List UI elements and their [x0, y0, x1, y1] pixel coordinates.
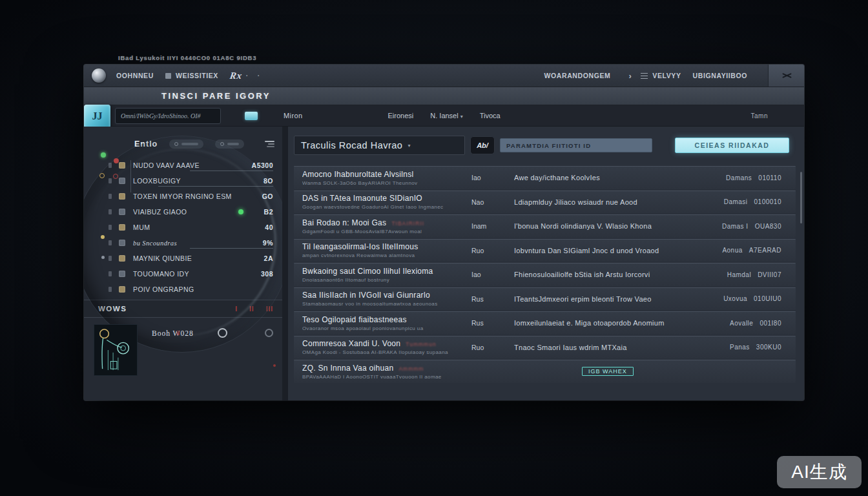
- sidebar-header-label: Entlo: [134, 140, 158, 149]
- red-mark-icon[interactable]: II: [249, 305, 254, 313]
- table-row[interactable]: DAS in TAtea Imaonute SIDianIOGoogan wae…: [294, 191, 796, 214]
- row-code: A7EARAD: [749, 247, 781, 254]
- table-row[interactable]: Commresoa Xandi U. VoonTummmunOMAga Kood…: [294, 336, 796, 359]
- signature-icon[interactable]: Rx: [229, 70, 243, 81]
- row-desc: ITeantsJdmxeori erpim bleonti Trow Vaeo: [514, 295, 652, 303]
- row-code: 001I80: [760, 320, 781, 327]
- cyan-app-tile-icon[interactable]: JJ: [84, 105, 110, 129]
- row-badge[interactable]: IGB WAHEX: [582, 367, 634, 376]
- circle-button-icon[interactable]: [218, 328, 227, 338]
- row-code: DVIII07: [758, 271, 781, 278]
- row-subtitle: OMAga Koodi - Sostubaoa AI-BRAKA Ilopuia…: [302, 349, 471, 355]
- table-row[interactable]: Til Ieangasolirmal-Ios IIteIImousampan c…: [294, 239, 796, 262]
- desktop-note: IBad Lysukoit IIYI 0440CO0 01A8C 9IDB3: [118, 54, 256, 61]
- record-table: Amocno Ihabnuroltate AlvsilnslWanma SOLK…: [294, 166, 796, 383]
- row-tag: Rus: [471, 319, 514, 327]
- sidebar-item[interactable]: NUDO VAAV AAAVE A5300: [84, 158, 282, 173]
- tab-three[interactable]: Tivoca: [480, 112, 501, 119]
- nav-bar: JJ Miron Eironesi N. Iansel▾ Tivoca Tamn: [84, 105, 804, 127]
- table-row[interactable]: Teso Ogilopaid fiaibastneeasOvaoranor ms…: [294, 311, 796, 335]
- primary-cta-button[interactable]: CEIEAS RIIDAKAD: [675, 138, 789, 153]
- red-mark-icon[interactable]: III: [266, 305, 273, 313]
- row-subtitle: ampan cvtnorexnova Reowaimwa alamtnova: [302, 253, 471, 258]
- row-note: Ammmm: [398, 366, 424, 372]
- green-dot-icon: [101, 152, 106, 158]
- search-input[interactable]: [115, 108, 221, 124]
- scrollbar-thumb[interactable]: [800, 172, 802, 223]
- window-title: TINSCI PARE IGORY: [161, 91, 271, 101]
- item-badge-icon: [119, 193, 125, 200]
- row-title: Commresoa Xandi U. Voon: [302, 339, 400, 348]
- row-tag: Rus: [471, 295, 514, 303]
- row-title: DAS in TAtea Imaonute SIDianIO: [302, 194, 422, 203]
- item-prefix-icon: [108, 225, 112, 230]
- menu-item-a[interactable]: OOHNNEU: [116, 72, 154, 79]
- sketch-thumbnail[interactable]: [94, 324, 138, 376]
- toolbar-right-label[interactable]: WOARANDONGEM: [544, 72, 611, 79]
- item-prefix-icon: [108, 256, 112, 261]
- tab-one[interactable]: Eironesi: [388, 112, 414, 119]
- toolbar-org-label[interactable]: UBIGNAYIIBOO: [693, 72, 747, 79]
- sidebar-item[interactable]: TOXEN IMYOR RNGINO ESM GO: [84, 189, 282, 204]
- table-row[interactable]: ZQ. Sn Innna Vaa oihuanAmmmmBPAVaAAAHaD …: [294, 360, 796, 383]
- row-subtitle: Googan waevstovedne GoaduroAl Ginet Iaoo…: [302, 204, 471, 210]
- row-title: Bai Rodao n: Mooi Gas: [302, 218, 386, 227]
- row-title: Bwkaoing saut Cimoo Ilihul Ilexioma: [302, 267, 433, 276]
- sidebar-footer: WOWS I II III: [84, 300, 282, 318]
- item-label: bu Sncoundras: [133, 240, 177, 247]
- ellipsis-dots: · ·: [246, 72, 264, 79]
- table-row[interactable]: Bai Rodao n: Mooi GasTIBAIRIRIIGdgamFood…: [294, 214, 796, 238]
- sidebar: Entlo NUDO VAAV AAAVE A5300 LOOXBUGIGY 8…: [84, 127, 282, 400]
- item-value: 308: [261, 270, 273, 278]
- item-prefix-icon: [108, 240, 112, 245]
- row-status: Damasi: [724, 198, 748, 205]
- item-label: NUDO VAAV AAAVE: [133, 161, 200, 169]
- profile-name: Booh W028: [152, 329, 194, 400]
- table-row[interactable]: Amocno Ihabnuroltate AlvsilnslWanma SOLK…: [294, 166, 796, 189]
- table-row[interactable]: Saa IIisIIach in IVGoIl vai GiunrarloSta…: [294, 287, 796, 311]
- tab-two[interactable]: N. Iansel▾: [430, 112, 462, 119]
- scissors-icon: [781, 71, 792, 80]
- menu-item-b[interactable]: WEISSITIEX: [176, 72, 218, 79]
- row-subtitle: Dnoiasanaont6n IItomauf bostruny: [302, 277, 471, 283]
- item-prefix-icon: [108, 163, 112, 168]
- item-value: GO: [262, 192, 273, 200]
- row-code: 010UIU0: [754, 295, 781, 302]
- mini-cyan-icon[interactable]: [245, 112, 258, 120]
- red-mark-icon[interactable]: I: [235, 305, 238, 313]
- tool-button[interactable]: Ab/: [470, 136, 495, 154]
- scissors-button[interactable]: [768, 65, 804, 87]
- footer-label: WOWS: [98, 305, 127, 313]
- sidebar-item[interactable]: VIAIBUZ GIAOO B2: [84, 204, 282, 220]
- row-desc: Iobvntura Dan SIGiaml Jnoc d unod Vroaod: [514, 247, 659, 254]
- row-tag: Ruo: [471, 344, 514, 351]
- table-row[interactable]: Bwkaoing saut Cimoo Ilihul IlexiomaDnoia…: [294, 263, 796, 286]
- toolbar-view-label[interactable]: VELVYY: [652, 72, 681, 79]
- item-value: 40: [265, 223, 273, 231]
- row-desc: I'bonua Nordi olindianya V. Wlasio Khona: [514, 222, 652, 230]
- sidebar-item[interactable]: MAYNIK QIUNBIE 2A: [84, 251, 282, 266]
- filter-pill-one[interactable]: [169, 140, 203, 149]
- row-note: TIBAIRIRII: [391, 220, 424, 227]
- filter-input[interactable]: [500, 138, 652, 152]
- sidebar-item[interactable]: TOUOMANO IDY 308: [84, 266, 282, 282]
- circle-button-icon[interactable]: [265, 329, 273, 337]
- row-tag: Inam: [471, 222, 514, 230]
- item-badge-icon: [119, 271, 125, 277]
- item-badge-icon: [119, 255, 125, 262]
- tab-two-label: N. Iansel: [430, 112, 458, 119]
- sidebar-item[interactable]: POIV ONGRAPNG: [84, 282, 282, 297]
- sidebar-item[interactable]: LOOXBUGIGY 8O: [84, 173, 282, 189]
- row-subtitle: Ovaoranor msoa apoaoiaul pooniovanunpicu…: [302, 326, 471, 331]
- filter-pill-two[interactable]: [215, 140, 244, 149]
- sidebar-item[interactable]: MUM 40: [84, 220, 282, 235]
- hamburger-icon[interactable]: [265, 141, 274, 147]
- chevron-right-icon[interactable]: ›: [628, 71, 632, 81]
- item-badge-icon: [119, 209, 125, 215]
- main-panel: Traculis Rocad Havrao ▾ Ab/ CEIEAS RIIDA…: [288, 127, 804, 400]
- collection-dropdown[interactable]: Traculis Rocad Havrao ▾: [294, 136, 465, 155]
- ai-watermark: AI生成: [777, 456, 862, 488]
- item-prefix-icon: [108, 209, 112, 214]
- item-badge-icon: [119, 224, 125, 231]
- sidebar-item[interactable]: bu Sncoundras 9%: [84, 235, 282, 251]
